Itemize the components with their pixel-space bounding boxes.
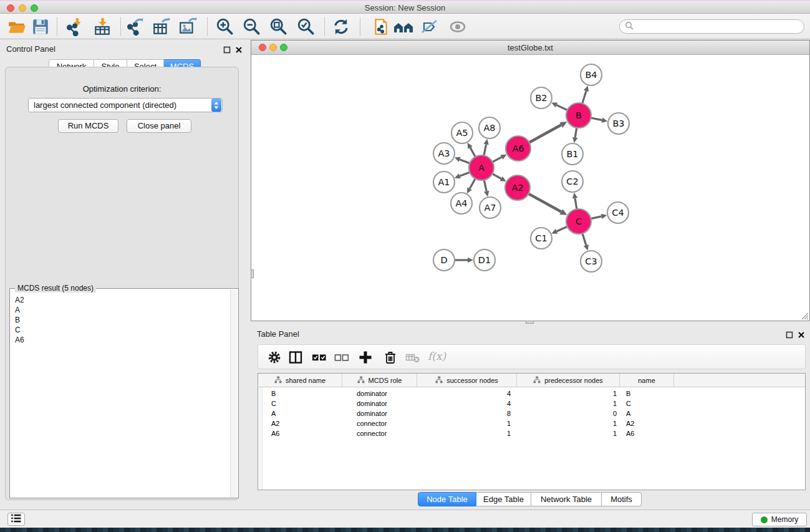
graph-edge[interactable] [484,144,486,155]
delete-column-icon[interactable] [383,350,398,365]
column-header-name[interactable]: name [620,374,674,387]
graph-edge[interactable] [591,216,602,219]
graph-edge[interactable] [575,198,577,210]
function-builder-icon[interactable]: f(x) [428,350,446,362]
node-label: A3 [438,148,450,158]
list-item[interactable]: A2 [15,295,225,305]
graph-edge[interactable] [582,91,586,104]
splitter-handle[interactable] [251,269,254,278]
home-layout-icon[interactable] [393,17,414,36]
graph-edge[interactable] [470,148,475,157]
network-graph-canvas[interactable]: AA1A2A3A4A5A6A7A8BB1B2B3B4CC1C2C3C4DD1 [251,55,809,321]
clone-network-icon[interactable] [372,17,390,36]
zoom-in-icon[interactable] [216,17,234,36]
column-header-mcds-role[interactable]: MCDS role [342,374,417,387]
network-export-icon [125,27,144,38]
column-header-successor-nodes[interactable]: successor nodes [417,374,517,387]
close-panel-button[interactable]: Close panel [127,119,191,133]
control-panel-title: Control Panel [6,44,55,54]
import-network-icon[interactable] [65,17,84,36]
list-item[interactable]: A [15,305,225,315]
splitter-handle[interactable] [526,321,534,324]
select-all-icon[interactable] [312,350,327,365]
column-header-predecessor-nodes[interactable]: predecessor nodes [517,374,620,387]
graph-edge[interactable] [591,118,602,120]
search-input[interactable] [637,22,799,31]
table-row[interactable]: A dominator 8 0 A [258,409,805,418]
memory-button[interactable]: Memory [752,513,807,526]
graph-edge[interactable] [529,194,561,212]
delete-table-icon[interactable] [405,350,420,365]
import-table-icon[interactable] [93,17,112,36]
column-label: MCDS role [369,377,402,384]
tab-motifs[interactable]: Motifs [602,492,642,506]
list-item[interactable]: C [15,325,225,335]
zoom-selected-icon[interactable] [297,17,316,36]
table-row[interactable]: B dominator 4 1 B [258,389,805,399]
tab-edge-table[interactable]: Edge Table [476,492,531,506]
node-label: B1 [566,149,578,159]
node-label: D [440,255,447,265]
open-session-icon[interactable] [7,17,26,36]
edge-arrowhead [468,258,473,263]
column-header-shared-name[interactable]: shared name [258,374,342,387]
close-panel-icon[interactable] [235,45,243,52]
floppy-disk-icon [31,27,50,38]
float-panel-icon[interactable] [223,45,231,52]
save-session-icon[interactable] [31,17,50,36]
tab-network-table[interactable]: Network Table [531,492,602,506]
session-title: Session: New Session [0,3,810,12]
graph-edge[interactable] [470,178,475,188]
export-table-icon[interactable] [152,17,171,36]
node-label: A8 [483,123,495,133]
float-panel-icon[interactable] [786,330,793,337]
add-column-icon[interactable] [358,350,373,365]
graph-edge[interactable] [557,226,567,231]
result-scrollbar[interactable] [230,289,238,497]
eye-icon [448,27,468,38]
graph-edge[interactable] [460,172,470,176]
graph-edge[interactable] [529,125,561,142]
zoom-out-icon[interactable] [243,17,261,36]
export-network-icon[interactable] [125,17,144,36]
graph-edge[interactable] [582,233,586,245]
graph-edge[interactable] [493,157,502,162]
run-mcds-button[interactable]: Run MCDS [58,119,118,133]
toolbar-separator [360,17,360,36]
zoom-fit-icon[interactable] [269,17,288,36]
list-icon [11,513,22,526]
list-item[interactable]: B [15,315,225,325]
node-label: B2 [535,93,547,103]
graph-edge[interactable] [460,160,470,163]
tab-node-table[interactable]: Node Table [418,492,476,506]
column-visibility-icon[interactable] [288,350,303,365]
control-panel: Control Panel Network Style Select MCDS … [0,39,243,510]
table-header-row: shared name MCDS role successor nodes pr… [258,374,805,387]
label-slash-icon [420,27,440,38]
edge-arrowhead [584,244,589,251]
graph-edge[interactable] [575,128,577,138]
export-image-icon[interactable] [178,17,197,36]
task-history-button[interactable] [7,513,25,526]
refresh-view-icon[interactable] [332,17,350,36]
resize-grip[interactable] [800,311,809,320]
node-label: C2 [566,177,578,186]
optimization-criterion-label: Optimization criterion: [6,84,238,94]
table-row[interactable]: C dominator 4 1 C [258,399,805,409]
hide-labels-icon[interactable] [420,17,440,36]
memory-label: Memory [771,515,798,524]
edge-arrowhead [601,214,607,219]
graph-edge[interactable] [484,180,486,191]
close-panel-icon[interactable] [798,330,805,337]
network-window-titlebar: testGlobe.txt [251,41,809,55]
table-settings-gear-icon[interactable] [267,350,282,365]
criterion-select[interactable]: largest connected component (directed) [28,98,223,112]
column-label: name [638,377,655,384]
show-hide-graphics-icon[interactable] [448,17,468,36]
deselect-all-icon[interactable] [334,350,349,365]
graph-edge[interactable] [556,105,567,110]
table-row[interactable]: A2 connector 1 1 A2 [258,418,805,428]
table-row[interactable]: A6 connector 1 1 A6 [258,428,805,438]
list-item[interactable]: A6 [15,335,225,345]
graph-edge[interactable] [493,174,501,179]
